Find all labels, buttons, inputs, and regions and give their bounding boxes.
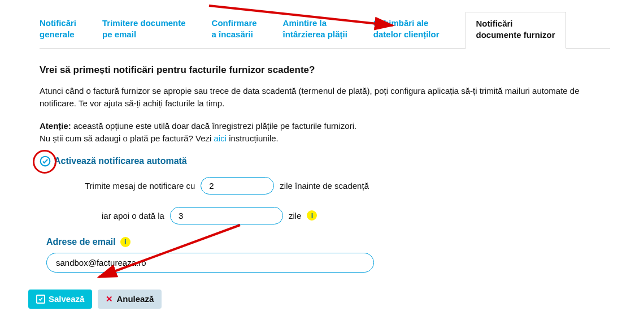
tabs-bar: Notificări generale Trimitere documente …: [40, 11, 610, 49]
tab-notificari-furnizor[interactable]: Notificări documente furnizor: [465, 12, 566, 49]
page-heading: Vrei să primești notificări pentru factu…: [40, 64, 610, 76]
x-icon: ✕: [106, 294, 113, 304]
activate-toggle-row: Activează notificarea automată: [40, 155, 610, 167]
warning-bold: Atenție:: [40, 121, 71, 131]
intro-paragraph: Atunci când o factură furnizor se apropi…: [40, 85, 610, 110]
info-icon[interactable]: i: [307, 210, 317, 221]
warning-block: Atenție: această opțiune este utilă doar…: [40, 120, 610, 145]
save-button[interactable]: Salvează: [28, 290, 92, 309]
warning-line2-post: instrucțiunile.: [227, 133, 279, 143]
tab-notificari-generale[interactable]: Notificări generale: [40, 12, 86, 49]
tab-schimbari-clienti[interactable]: Schimbări ale datelor clienților: [373, 12, 450, 49]
cfg2-pre: iar apoi o dată la: [102, 211, 164, 221]
tab-amintire-intarziere[interactable]: Amintire la întârzierea plății: [283, 12, 358, 49]
config-repeat-days: iar apoi o dată la zile i: [102, 207, 610, 224]
cfg1-post: zile înainte de scadență: [280, 181, 369, 191]
warning-line2-pre: Nu știi cum să adaugi o plată pe factură…: [40, 133, 214, 143]
cfg2-post: zile: [289, 211, 302, 221]
tab-confirmare-incasare[interactable]: Confirmare a încasării: [212, 12, 267, 49]
cfg1-pre: Trimite mesaj de notificare cu: [85, 181, 195, 191]
action-buttons: Salvează ✕ Anulează: [28, 290, 610, 309]
cancel-label: Anulează: [116, 294, 154, 304]
config-days-before: Trimite mesaj de notificare cu zile înai…: [85, 177, 610, 195]
activate-label[interactable]: Activează notificarea automată: [54, 156, 187, 166]
save-label: Salvează: [49, 294, 84, 304]
cancel-button[interactable]: ✕ Anulează: [98, 290, 162, 309]
instructions-link[interactable]: aici: [214, 133, 227, 143]
tab-trimitere-documente[interactable]: Trimitere documente pe email: [102, 12, 196, 49]
email-input[interactable]: [46, 253, 374, 273]
checkbox-check-icon: [36, 295, 45, 304]
warning-line1: această opțiune este utilă doar dacă înr…: [71, 121, 356, 131]
email-section-text: Adrese de email: [46, 237, 116, 247]
days-before-input[interactable]: [201, 177, 274, 195]
check-circle-icon[interactable]: [40, 155, 51, 167]
email-section-label: Adrese de email i: [46, 237, 610, 247]
repeat-days-input[interactable]: [170, 207, 283, 224]
info-icon[interactable]: i: [120, 237, 130, 247]
